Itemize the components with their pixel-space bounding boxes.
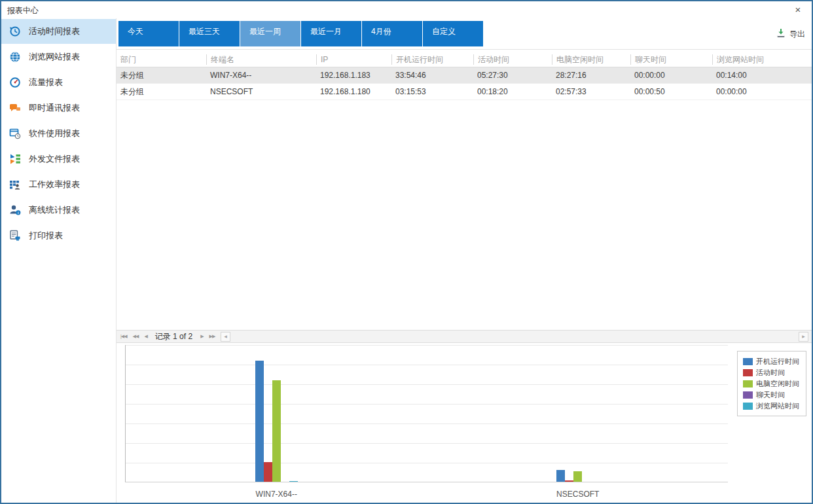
window-title: 报表中心 [7,5,39,16]
sidebar-item-label: 流量报表 [29,77,63,88]
chart-category-label: WIN7-X64-- [211,490,342,499]
first-page-button[interactable]: |◀◀ [120,334,127,339]
next-group-button[interactable]: ▶▶ [209,334,215,339]
history-icon [9,26,21,37]
legend-item: 活动时间 [743,367,802,378]
chart-bar [272,380,281,482]
software-icon [9,128,21,139]
table-cell: 28:27:16 [552,71,630,80]
legend-item: 开机运行时间 [743,356,802,367]
chart-gridline [126,365,728,365]
main-panel: 导出 今天最近三天最近一周最近一月4月份自定义 部门终端名IP开机运行时间活动时… [117,18,812,503]
print-icon [9,230,21,242]
sidebar-item-label: 打印报表 [29,230,63,242]
close-icon[interactable]: × [791,3,805,16]
sidebar-item-label: 外发文件报表 [29,153,80,165]
date-tab-1[interactable]: 今天 [118,21,179,46]
sidebar-item-1[interactable]: 活动时间报表 [1,19,116,44]
chat-icon [9,102,21,114]
table-cell: 00:00:00 [712,87,812,96]
chart-bar [289,481,298,482]
date-tab-4[interactable]: 最近一月 [301,21,361,46]
chart-bar [556,470,565,482]
sidebar-item-label: 工作效率报表 [29,179,80,190]
column-header[interactable]: 部门 [117,54,206,65]
prev-group-button[interactable]: ◀◀ [133,334,139,339]
table-header-row: 部门终端名IP开机运行时间活动时间电脑空闲时间聊天时间浏览网站时间 [117,52,812,67]
chart-legend: 开机运行时间活动时间电脑空闲时间聊天时间浏览网站时间 [737,351,806,416]
chart-gridline [126,345,728,346]
sidebar-item-2[interactable]: 浏览网站报表 [1,45,116,69]
gauge-icon [9,77,21,88]
chart-bar [565,480,573,482]
table-cell: 00:00:50 [630,87,712,96]
sidebar-item-4[interactable]: 即时通讯报表 [1,96,116,120]
legend-swatch [743,369,753,376]
sidebar-item-3[interactable]: 流量报表 [1,70,116,95]
column-header[interactable]: 浏览网站时间 [712,54,812,65]
column-header[interactable]: 电脑空闲时间 [552,54,630,65]
sidebar-item-6[interactable]: 外发文件报表 [1,147,116,171]
activity-time-bar-chart: WIN7-X64--NSECSOFT 开机运行时间活动时间电脑空闲时间聊天时间浏… [117,343,812,503]
sidebar-item-label: 浏览网站报表 [29,51,80,63]
chart-bar [255,361,264,482]
offline-stats-icon: i [9,204,21,216]
legend-item: 聊天时间 [743,389,802,401]
table-cell: 192.168.1.180 [316,87,391,96]
table-row[interactable]: 未分组NSECSOFT192.168.1.18003:15:5300:18:20… [117,84,812,100]
chart-bar [573,471,582,482]
chart-gridline [126,443,728,444]
sidebar-item-8[interactable]: i离线统计报表 [1,198,116,223]
column-header[interactable]: IP [316,54,391,65]
record-count-label: 记录 1 of 2 [155,331,192,342]
table-cell: NSECSOFT [206,87,316,96]
legend-swatch [743,391,753,399]
column-header[interactable]: 终端名 [206,54,316,65]
date-tab-6[interactable]: 自定义 [423,21,483,46]
table-cell: 03:15:53 [391,87,473,96]
table-cell: 00:18:20 [473,87,552,96]
pagination-bar: |◀◀ ◀◀ ◀ 记录 1 of 2 ▶ ▶▶ ▶▶| ◀ ▶ [117,330,812,343]
hscroll-left-arrow[interactable]: ◀ [221,332,230,342]
export-button[interactable]: 导出 [776,27,805,41]
chart-category-label: NSECSOFT [513,490,643,499]
legend-label: 聊天时间 [756,390,785,400]
sidebar-item-5[interactable]: 软件使用报表 [1,121,116,146]
legend-swatch [743,380,753,387]
legend-label: 活动时间 [756,368,785,378]
sidebar-item-9[interactable]: 打印报表 [1,223,116,248]
sidebar: 活动时间报表浏览网站报表流量报表即时通讯报表软件使用报表外发文件报表工作效率报表… [1,18,117,503]
sidebar-item-label: 活动时间报表 [29,26,80,37]
date-filter-tabbar: 导出 今天最近三天最近一周最近一月4月份自定义 [117,18,812,50]
chart-gridline [126,463,728,463]
legend-label: 电脑空闲时间 [756,379,799,389]
sidebar-item-7[interactable]: 工作效率报表 [1,172,116,197]
next-page-button[interactable]: ▶ [200,334,203,339]
prev-page-button[interactable]: ◀ [144,334,147,339]
legend-label: 浏览网站时间 [756,401,799,411]
chart-gridline [126,423,728,424]
legend-swatch [743,403,753,410]
table-cell: 未分组 [117,86,206,98]
column-header[interactable]: 开机运行时间 [391,54,473,65]
title-bar: 报表中心 × [1,1,812,18]
table-cell: 00:00:00 [630,71,712,80]
legend-label: 开机运行时间 [756,357,799,367]
legend-item: 电脑空闲时间 [743,378,802,389]
column-header[interactable]: 活动时间 [473,54,552,65]
results-table: 部门终端名IP开机运行时间活动时间电脑空闲时间聊天时间浏览网站时间 未分组WIN… [117,52,812,100]
hscroll-right-arrow[interactable]: ▶ [799,332,808,342]
date-tab-2[interactable]: 最近三天 [179,21,240,46]
globe-icon [9,51,21,63]
date-tab-5[interactable]: 4月份 [362,21,422,46]
efficiency-icon [9,179,21,190]
table-cell: 05:27:30 [473,71,552,80]
date-tab-3[interactable]: 最近一周 [240,21,300,46]
legend-item: 浏览网站时间 [743,401,802,412]
table-cell: WIN7-X64-- [206,71,316,80]
legend-swatch [743,358,753,365]
table-row[interactable]: 未分组WIN7-X64--192.168.1.18333:54:4605:27:… [117,67,812,84]
column-header[interactable]: 聊天时间 [630,54,712,65]
chart-gridline [126,384,728,385]
sidebar-item-label: 软件使用报表 [29,128,80,139]
